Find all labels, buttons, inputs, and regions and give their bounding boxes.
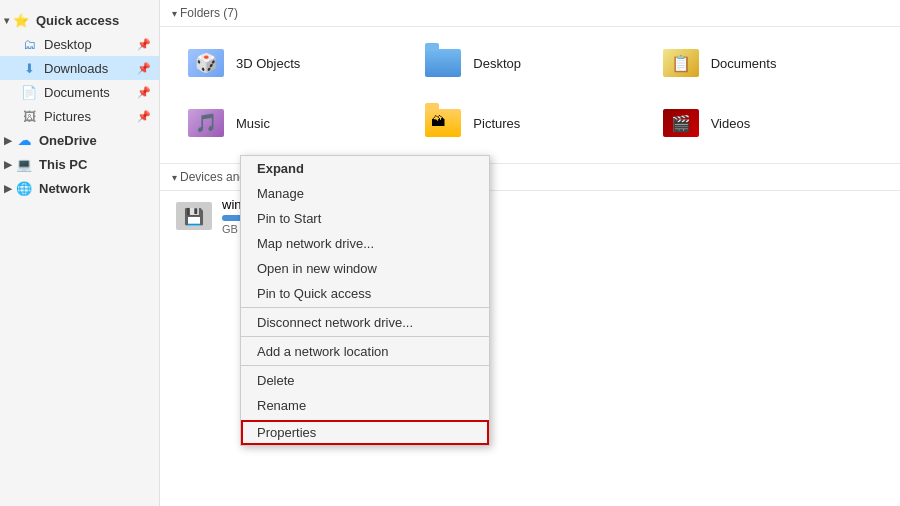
drive-icon: 💾 [176, 202, 212, 230]
3d-objects-icon: 🎲 [188, 49, 224, 77]
sidebar-item-documents[interactable]: 📄 Documents 📌 [0, 80, 159, 104]
sidebar-network-header[interactable]: ▶ 🌐 Network [0, 176, 159, 200]
documents-icon: 📄 [20, 83, 38, 101]
thispc-label: This PC [39, 157, 87, 172]
folder-music-label: Music [236, 116, 270, 131]
folders-section-label: Folders (7) [180, 6, 238, 20]
onedrive-label: OneDrive [39, 133, 97, 148]
folder-pictures-icon-wrap: 🏔 [423, 103, 463, 143]
sidebar-desktop-label: Desktop [44, 37, 92, 52]
sidebar-item-desktop[interactable]: 🗂 Desktop 📌 [0, 32, 159, 56]
ctx-disconnect[interactable]: Disconnect network drive... [241, 310, 489, 337]
videos-folder-icon: 🎬 [663, 109, 699, 137]
ctx-pin-start[interactable]: Pin to Start [241, 206, 489, 231]
onedrive-icon: ☁ [15, 131, 33, 149]
documents-folder-icon: 📋 [663, 49, 699, 77]
sidebar-downloads-label: Downloads [44, 61, 108, 76]
pictures-folder-icon: 🏔 [425, 109, 461, 137]
sidebar-item-pictures[interactable]: 🖼 Pictures 📌 [0, 104, 159, 128]
ctx-properties[interactable]: Properties [241, 420, 489, 445]
sidebar-thispc-header[interactable]: ▶ 💻 This PC [0, 152, 159, 176]
folder-documents-label: Documents [711, 56, 777, 71]
ctx-rename[interactable]: Rename [241, 393, 489, 418]
chevron-down-icon: ▾ [4, 15, 9, 26]
pin-icon: 📌 [137, 38, 151, 51]
folders-grid: 🎲 3D Objects Desktop 📋 Documents 🎵 Music [160, 27, 900, 159]
desktop-folder-icon [425, 49, 461, 77]
quickaccess-label: Quick access [36, 13, 119, 28]
folders-section-header[interactable]: ▾ Folders (7) [160, 0, 900, 27]
folder-videos[interactable]: 🎬 Videos [651, 95, 884, 151]
folder-3dobjects-label: 3D Objects [236, 56, 300, 71]
folders-chevron-icon: ▾ [172, 8, 177, 19]
folder-videos-label: Videos [711, 116, 751, 131]
main-content: ▾ Folders (7) 🎲 3D Objects Desktop 📋 Doc… [160, 0, 900, 506]
sidebar-onedrive-header[interactable]: ▶ ☁ OneDrive [0, 128, 159, 152]
folder-3dobjects-icon-wrap: 🎲 [186, 43, 226, 83]
folder-music-icon-wrap: 🎵 [186, 103, 226, 143]
network-icon: 🌐 [15, 179, 33, 197]
folder-desktop-icon-wrap [423, 43, 463, 83]
folder-videos-icon-wrap: 🎬 [661, 103, 701, 143]
pictures-icon: 🖼 [20, 107, 38, 125]
folder-documents-icon-wrap: 📋 [661, 43, 701, 83]
pin-icon-pictures: 📌 [137, 110, 151, 123]
desktop-icon: 🗂 [20, 35, 38, 53]
sidebar-quickaccess-header[interactable]: ▾ ⭐ Quick access [0, 8, 159, 32]
sidebar-pictures-label: Pictures [44, 109, 91, 124]
ctx-map-network[interactable]: Map network drive... [241, 231, 489, 256]
sidebar-documents-label: Documents [44, 85, 110, 100]
folder-3dobjects[interactable]: 🎲 3D Objects [176, 35, 409, 91]
context-menu: Expand Manage Pin to Start Map network d… [240, 155, 490, 446]
folder-pictures-label: Pictures [473, 116, 520, 131]
downloads-icon: ⬇ [20, 59, 38, 77]
sidebar: ▾ ⭐ Quick access 🗂 Desktop 📌 ⬇ Downloads… [0, 0, 160, 506]
chevron-right-icon-od: ▶ [4, 135, 12, 146]
folder-pictures[interactable]: 🏔 Pictures [413, 95, 646, 151]
folder-documents[interactable]: 📋 Documents [651, 35, 884, 91]
pin-icon-documents: 📌 [137, 86, 151, 99]
ctx-pin-quick[interactable]: Pin to Quick access [241, 281, 489, 308]
network-label: Network [39, 181, 90, 196]
chevron-right-icon-pc: ▶ [4, 159, 12, 170]
devices-chevron-icon: ▾ [172, 172, 177, 183]
folder-music[interactable]: 🎵 Music [176, 95, 409, 151]
sidebar-item-downloads[interactable]: ⬇ Downloads 📌 [0, 56, 159, 80]
folder-desktop-label: Desktop [473, 56, 521, 71]
pin-icon-downloads: 📌 [137, 62, 151, 75]
ctx-delete[interactable]: Delete [241, 368, 489, 393]
ctx-expand[interactable]: Expand [241, 156, 489, 181]
chevron-right-icon-net: ▶ [4, 183, 12, 194]
ctx-manage[interactable]: Manage [241, 181, 489, 206]
folder-desktop[interactable]: Desktop [413, 35, 646, 91]
music-folder-icon: 🎵 [188, 109, 224, 137]
thispc-icon: 💻 [15, 155, 33, 173]
ctx-add-network[interactable]: Add a network location [241, 339, 489, 366]
ctx-open-window[interactable]: Open in new window [241, 256, 489, 281]
quickaccess-icon: ⭐ [12, 11, 30, 29]
